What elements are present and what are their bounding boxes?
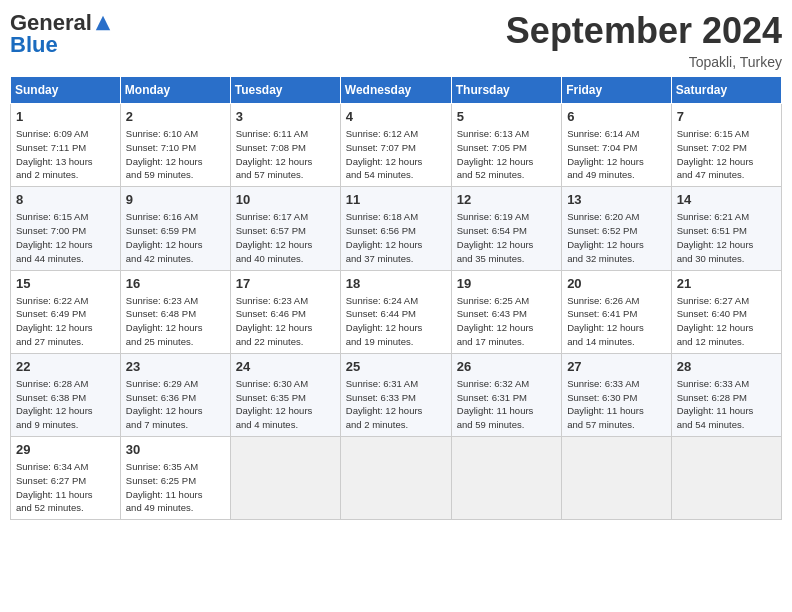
day-info: Sunrise: 6:33 AM Sunset: 6:30 PM Dayligh… [567, 377, 666, 432]
calendar-day-header: Tuesday [230, 77, 340, 104]
day-number: 18 [346, 275, 446, 293]
calendar-cell: 11Sunrise: 6:18 AM Sunset: 6:56 PM Dayli… [340, 187, 451, 270]
calendar-cell: 5Sunrise: 6:13 AM Sunset: 7:05 PM Daylig… [451, 104, 561, 187]
calendar-week-row: 8Sunrise: 6:15 AM Sunset: 7:00 PM Daylig… [11, 187, 782, 270]
calendar-cell: 19Sunrise: 6:25 AM Sunset: 6:43 PM Dayli… [451, 270, 561, 353]
day-info: Sunrise: 6:25 AM Sunset: 6:43 PM Dayligh… [457, 294, 556, 349]
day-info: Sunrise: 6:26 AM Sunset: 6:41 PM Dayligh… [567, 294, 666, 349]
day-number: 28 [677, 358, 776, 376]
day-info: Sunrise: 6:33 AM Sunset: 6:28 PM Dayligh… [677, 377, 776, 432]
calendar-cell: 29Sunrise: 6:34 AM Sunset: 6:27 PM Dayli… [11, 437, 121, 520]
day-number: 8 [16, 191, 115, 209]
calendar-week-row: 22Sunrise: 6:28 AM Sunset: 6:38 PM Dayli… [11, 353, 782, 436]
day-number: 29 [16, 441, 115, 459]
day-number: 4 [346, 108, 446, 126]
day-number: 20 [567, 275, 666, 293]
day-number: 17 [236, 275, 335, 293]
day-number: 11 [346, 191, 446, 209]
calendar-cell: 15Sunrise: 6:22 AM Sunset: 6:49 PM Dayli… [11, 270, 121, 353]
calendar-week-row: 1Sunrise: 6:09 AM Sunset: 7:11 PM Daylig… [11, 104, 782, 187]
day-info: Sunrise: 6:31 AM Sunset: 6:33 PM Dayligh… [346, 377, 446, 432]
day-number: 14 [677, 191, 776, 209]
calendar-cell: 12Sunrise: 6:19 AM Sunset: 6:54 PM Dayli… [451, 187, 561, 270]
calendar-day-header: Saturday [671, 77, 781, 104]
calendar-cell: 8Sunrise: 6:15 AM Sunset: 7:00 PM Daylig… [11, 187, 121, 270]
day-info: Sunrise: 6:27 AM Sunset: 6:40 PM Dayligh… [677, 294, 776, 349]
day-info: Sunrise: 6:21 AM Sunset: 6:51 PM Dayligh… [677, 210, 776, 265]
day-info: Sunrise: 6:09 AM Sunset: 7:11 PM Dayligh… [16, 127, 115, 182]
day-info: Sunrise: 6:20 AM Sunset: 6:52 PM Dayligh… [567, 210, 666, 265]
calendar-cell: 17Sunrise: 6:23 AM Sunset: 6:46 PM Dayli… [230, 270, 340, 353]
day-info: Sunrise: 6:11 AM Sunset: 7:08 PM Dayligh… [236, 127, 335, 182]
day-info: Sunrise: 6:14 AM Sunset: 7:04 PM Dayligh… [567, 127, 666, 182]
day-info: Sunrise: 6:32 AM Sunset: 6:31 PM Dayligh… [457, 377, 556, 432]
logo-icon [94, 14, 112, 32]
calendar-cell: 9Sunrise: 6:16 AM Sunset: 6:59 PM Daylig… [120, 187, 230, 270]
calendar-day-header: Thursday [451, 77, 561, 104]
day-info: Sunrise: 6:15 AM Sunset: 7:00 PM Dayligh… [16, 210, 115, 265]
svg-marker-0 [96, 16, 110, 30]
calendar-cell: 25Sunrise: 6:31 AM Sunset: 6:33 PM Dayli… [340, 353, 451, 436]
day-number: 2 [126, 108, 225, 126]
day-number: 27 [567, 358, 666, 376]
day-info: Sunrise: 6:17 AM Sunset: 6:57 PM Dayligh… [236, 210, 335, 265]
calendar-cell: 2Sunrise: 6:10 AM Sunset: 7:10 PM Daylig… [120, 104, 230, 187]
page-header: General Blue September 2024 Topakli, Tur… [10, 10, 782, 70]
day-number: 16 [126, 275, 225, 293]
calendar-cell [340, 437, 451, 520]
calendar-cell: 13Sunrise: 6:20 AM Sunset: 6:52 PM Dayli… [562, 187, 672, 270]
calendar-cell: 22Sunrise: 6:28 AM Sunset: 6:38 PM Dayli… [11, 353, 121, 436]
day-number: 15 [16, 275, 115, 293]
calendar-cell: 7Sunrise: 6:15 AM Sunset: 7:02 PM Daylig… [671, 104, 781, 187]
day-info: Sunrise: 6:35 AM Sunset: 6:25 PM Dayligh… [126, 460, 225, 515]
day-info: Sunrise: 6:16 AM Sunset: 6:59 PM Dayligh… [126, 210, 225, 265]
day-number: 23 [126, 358, 225, 376]
day-info: Sunrise: 6:34 AM Sunset: 6:27 PM Dayligh… [16, 460, 115, 515]
calendar-cell [451, 437, 561, 520]
calendar-cell [230, 437, 340, 520]
calendar-cell [562, 437, 672, 520]
calendar-cell: 10Sunrise: 6:17 AM Sunset: 6:57 PM Dayli… [230, 187, 340, 270]
calendar-cell: 18Sunrise: 6:24 AM Sunset: 6:44 PM Dayli… [340, 270, 451, 353]
day-number: 12 [457, 191, 556, 209]
day-number: 5 [457, 108, 556, 126]
day-info: Sunrise: 6:23 AM Sunset: 6:48 PM Dayligh… [126, 294, 225, 349]
day-number: 10 [236, 191, 335, 209]
day-info: Sunrise: 6:15 AM Sunset: 7:02 PM Dayligh… [677, 127, 776, 182]
calendar-header-row: SundayMondayTuesdayWednesdayThursdayFrid… [11, 77, 782, 104]
calendar-cell: 6Sunrise: 6:14 AM Sunset: 7:04 PM Daylig… [562, 104, 672, 187]
calendar-day-header: Wednesday [340, 77, 451, 104]
day-number: 9 [126, 191, 225, 209]
day-info: Sunrise: 6:24 AM Sunset: 6:44 PM Dayligh… [346, 294, 446, 349]
calendar-cell: 3Sunrise: 6:11 AM Sunset: 7:08 PM Daylig… [230, 104, 340, 187]
day-info: Sunrise: 6:30 AM Sunset: 6:35 PM Dayligh… [236, 377, 335, 432]
day-number: 1 [16, 108, 115, 126]
calendar-day-header: Monday [120, 77, 230, 104]
calendar-cell: 27Sunrise: 6:33 AM Sunset: 6:30 PM Dayli… [562, 353, 672, 436]
day-number: 25 [346, 358, 446, 376]
day-info: Sunrise: 6:10 AM Sunset: 7:10 PM Dayligh… [126, 127, 225, 182]
day-number: 26 [457, 358, 556, 376]
day-info: Sunrise: 6:19 AM Sunset: 6:54 PM Dayligh… [457, 210, 556, 265]
logo: General Blue [10, 10, 112, 58]
calendar-cell: 14Sunrise: 6:21 AM Sunset: 6:51 PM Dayli… [671, 187, 781, 270]
calendar-cell [671, 437, 781, 520]
day-info: Sunrise: 6:12 AM Sunset: 7:07 PM Dayligh… [346, 127, 446, 182]
day-number: 13 [567, 191, 666, 209]
title-block: September 2024 Topakli, Turkey [506, 10, 782, 70]
calendar-cell: 24Sunrise: 6:30 AM Sunset: 6:35 PM Dayli… [230, 353, 340, 436]
day-number: 22 [16, 358, 115, 376]
day-number: 6 [567, 108, 666, 126]
calendar-cell: 28Sunrise: 6:33 AM Sunset: 6:28 PM Dayli… [671, 353, 781, 436]
calendar-cell: 1Sunrise: 6:09 AM Sunset: 7:11 PM Daylig… [11, 104, 121, 187]
calendar-cell: 4Sunrise: 6:12 AM Sunset: 7:07 PM Daylig… [340, 104, 451, 187]
day-number: 3 [236, 108, 335, 126]
calendar-cell: 20Sunrise: 6:26 AM Sunset: 6:41 PM Dayli… [562, 270, 672, 353]
location: Topakli, Turkey [506, 54, 782, 70]
calendar-day-header: Sunday [11, 77, 121, 104]
day-number: 21 [677, 275, 776, 293]
calendar-week-row: 29Sunrise: 6:34 AM Sunset: 6:27 PM Dayli… [11, 437, 782, 520]
day-number: 30 [126, 441, 225, 459]
month-title: September 2024 [506, 10, 782, 52]
calendar-cell: 16Sunrise: 6:23 AM Sunset: 6:48 PM Dayli… [120, 270, 230, 353]
